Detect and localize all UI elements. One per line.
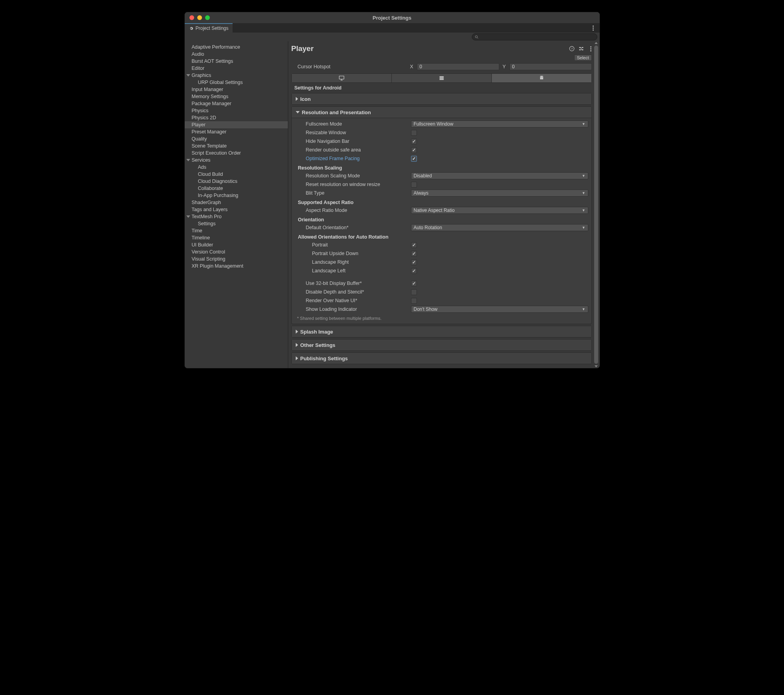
svg-rect-7 [582,49,583,50]
sidebar-item-label: Audio [192,51,204,57]
svg-line-1 [477,37,478,38]
landscape-right-checkbox[interactable] [411,259,417,265]
portrait-upside-checkbox[interactable] [411,251,417,257]
sidebar-item-label: Script Execution Order [192,150,241,156]
blit-type-dropdown[interactable]: Always▼ [411,190,588,197]
section-publishing-settings[interactable]: Publishing Settings [292,353,591,364]
svg-rect-6 [579,49,580,50]
aspect-mode-label: Aspect Ratio Mode [293,208,411,213]
sidebar-item-label: Player [192,122,206,128]
sidebar-item-label: In-App Purchasing [198,193,238,198]
sidebar-item-adaptive-performance[interactable]: Adaptive Performance [185,44,288,51]
preset-icon[interactable] [578,46,584,51]
sidebar-item-shadergraph[interactable]: ShaderGraph [185,199,288,206]
platform-tab-android[interactable] [492,74,591,82]
disable-depth-checkbox[interactable] [411,289,417,295]
show-loading-dropdown[interactable]: Don't Show▼ [411,306,588,313]
sidebar-item-scene-template[interactable]: Scene Template [185,142,288,150]
sidebar-item-label: Burst AOT Settings [192,58,233,64]
sidebar-item-graphics[interactable]: Graphics [185,72,288,79]
section-resolution[interactable]: Resolution and Presentation [292,107,591,118]
sidebar-item-visual-scripting[interactable]: Visual Scripting [185,255,288,263]
sidebar-item-physics[interactable]: Physics [185,107,288,114]
scrollbar[interactable] [593,41,599,368]
sidebar-item-collaborate[interactable]: Collaborate [185,185,288,192]
tab-menu-icon[interactable] [590,26,597,31]
section-splash-image[interactable]: Splash Image [292,326,591,337]
settings-sidebar[interactable]: Adaptive PerformanceAudioBurst AOT Setti… [185,41,288,368]
sidebar-item-label: Tags and Layers [192,207,228,212]
optimized-frame-pacing-label: Optimized Frame Pacing [293,156,411,161]
sidebar-item-in-app-purchasing[interactable]: In-App Purchasing [185,192,288,199]
optimized-frame-pacing-checkbox[interactable] [411,156,417,162]
sidebar-item-label: Package Manager [192,101,231,106]
sidebar-item-ads[interactable]: Ads [185,164,288,171]
svg-rect-4 [579,47,580,48]
sidebar-item-urp-global-settings[interactable]: URP Global Settings [185,79,288,86]
chevron-down-icon [296,111,300,113]
sidebar-item-editor[interactable]: Editor [185,65,288,72]
select-button[interactable]: Select [574,55,592,61]
sidebar-item-label: UI Builder [192,242,213,248]
scaling-mode-dropdown[interactable]: Disabled▼ [411,172,588,179]
portrait-checkbox[interactable] [411,242,417,248]
fullscreen-mode-dropdown[interactable]: Fullscreen Window▼ [411,120,588,128]
cursor-hotspot-x-input[interactable]: 0 [417,63,499,70]
scroll-thumb[interactable] [594,46,598,364]
use-32bit-checkbox[interactable] [411,281,417,286]
fullscreen-mode-label: Fullscreen Mode [293,121,411,127]
section-icon[interactable]: Icon [292,93,591,104]
use-32bit-label: Use 32-bit Display Buffer* [293,281,411,286]
render-outside-checkbox[interactable] [411,147,417,153]
reset-res-checkbox[interactable] [411,182,417,188]
sub-resolution-scaling: Resolution Scaling [293,163,588,171]
sidebar-item-cloud-diagnostics[interactable]: Cloud Diagnostics [185,178,288,185]
platform-tab-desktop[interactable] [292,74,392,82]
cursor-hotspot-label: Cursor Hotspot [291,64,409,69]
sub-orientation: Orientation [293,215,588,223]
sidebar-item-label: Input Manager [192,87,224,92]
sidebar-item-time[interactable]: Time [185,227,288,234]
default-orientation-dropdown[interactable]: Auto Rotation▼ [411,224,588,231]
resizable-window-checkbox[interactable] [411,130,417,136]
scroll-up-icon[interactable] [595,42,598,44]
sidebar-item-services[interactable]: Services [185,157,288,164]
section-other-settings[interactable]: Other Settings [292,339,591,350]
hide-nav-checkbox[interactable] [411,139,417,144]
sidebar-item-input-manager[interactable]: Input Manager [185,86,288,93]
main-panel: Player ? Select Cursor Hotspot X 0 Y [288,41,600,368]
scroll-down-icon[interactable] [595,365,598,367]
sidebar-item-version-control[interactable]: Version Control [185,248,288,255]
sidebar-item-cloud-build[interactable]: Cloud Build [185,171,288,178]
landscape-left-checkbox[interactable] [411,268,417,274]
svg-rect-12 [439,76,444,77]
tab-project-settings[interactable]: Project Settings [185,23,233,33]
cursor-hotspot-y-input[interactable]: 0 [509,63,592,70]
chevron-right-icon [296,343,298,347]
sidebar-item-ui-builder[interactable]: UI Builder [185,241,288,248]
sidebar-item-label: URP Global Settings [198,80,243,85]
sidebar-item-settings[interactable]: Settings [185,220,288,227]
render-over-native-checkbox[interactable] [411,298,417,304]
sidebar-item-burst-aot-settings[interactable]: Burst AOT Settings [185,58,288,65]
sidebar-item-package-manager[interactable]: Package Manager [185,100,288,107]
gear-icon [189,26,194,31]
sidebar-item-audio[interactable]: Audio [185,51,288,58]
sidebar-item-xr-plugin-management[interactable]: XR Plugin Management [185,263,288,270]
sidebar-item-quality[interactable]: Quality [185,135,288,142]
sidebar-item-preset-manager[interactable]: Preset Manager [185,128,288,135]
sidebar-item-physics-2d[interactable]: Physics 2D [185,114,288,121]
chevron-down-icon [186,159,190,161]
sidebar-item-script-execution-order[interactable]: Script Execution Order [185,150,288,157]
platform-tab-server[interactable] [392,74,492,82]
sidebar-item-timeline[interactable]: Timeline [185,234,288,241]
aspect-mode-dropdown[interactable]: Native Aspect Ratio▼ [411,207,588,214]
sidebar-item-tags-and-layers[interactable]: Tags and Layers [185,206,288,213]
sidebar-item-textmesh-pro[interactable]: TextMesh Pro [185,213,288,220]
sidebar-item-label: Visual Scripting [192,256,226,262]
sidebar-item-player[interactable]: Player [185,121,288,128]
svg-point-16 [542,77,542,77]
sidebar-item-memory-settings[interactable]: Memory Settings [185,93,288,100]
search-input[interactable] [472,33,597,40]
help-icon[interactable]: ? [569,46,575,51]
